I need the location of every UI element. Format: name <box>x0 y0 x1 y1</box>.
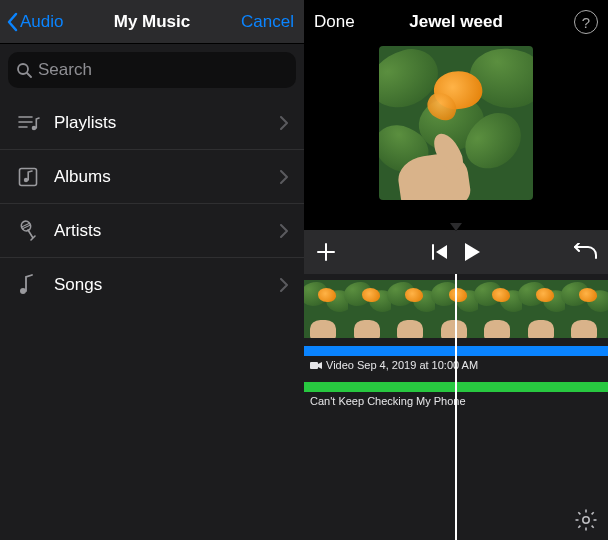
skip-back-icon <box>430 243 450 261</box>
list-item-playlists[interactable]: Playlists <box>0 96 304 150</box>
music-picker-header: Audio My Music Cancel <box>0 0 304 44</box>
add-media-button[interactable] <box>304 230 348 274</box>
svg-line-1 <box>27 73 31 77</box>
svg-line-22 <box>592 526 594 528</box>
list-item-artists[interactable]: Artists <box>0 204 304 258</box>
picker-title: My Music <box>114 12 191 32</box>
preview-frame <box>379 46 533 200</box>
svg-line-21 <box>578 512 580 514</box>
editor-header: Done Jewel weed ? <box>304 0 608 44</box>
list-item-albums[interactable]: Albums <box>0 150 304 204</box>
playlists-icon <box>18 114 44 132</box>
chevron-right-icon <box>280 170 288 184</box>
svg-line-24 <box>592 512 594 514</box>
search-bar[interactable] <box>8 52 296 88</box>
albums-icon <box>18 167 44 187</box>
svg-point-16 <box>583 517 589 523</box>
search-input[interactable] <box>38 60 288 80</box>
search-bar-container <box>0 44 304 96</box>
svg-line-23 <box>578 526 580 528</box>
video-editor-pane: Done Jewel weed ? <box>304 0 608 540</box>
editor-toolbar <box>304 230 608 274</box>
video-clip-icon <box>310 361 322 370</box>
list-item-songs[interactable]: Songs <box>0 258 304 312</box>
filmstrip-frame <box>391 280 435 338</box>
video-track-label: Video Sep 4, 2019 at 10:00 AM <box>310 359 478 371</box>
filmstrip-frame <box>348 280 392 338</box>
playhead[interactable] <box>455 274 457 540</box>
play-icon <box>462 241 482 263</box>
list-item-label: Artists <box>44 221 280 241</box>
list-item-label: Playlists <box>44 113 280 133</box>
plus-icon <box>315 241 337 263</box>
undo-button[interactable] <box>564 230 608 274</box>
songs-icon <box>18 274 44 296</box>
chevron-right-icon <box>280 116 288 130</box>
chevron-right-icon <box>280 224 288 238</box>
help-icon: ? <box>574 10 598 34</box>
list-item-label: Songs <box>44 275 280 295</box>
chevron-left-icon <box>6 12 18 32</box>
project-title: Jewel weed <box>409 12 503 32</box>
svg-point-8 <box>20 220 32 232</box>
svg-rect-15 <box>310 362 318 369</box>
play-button[interactable] <box>462 230 482 274</box>
gear-icon <box>574 508 598 532</box>
undo-icon <box>574 243 598 261</box>
music-picker-pane: Audio My Music Cancel Playlists <box>0 0 304 540</box>
audio-track-label: Can't Keep Checking My Phone <box>310 395 466 407</box>
filmstrip-frame <box>565 280 608 338</box>
cancel-button[interactable]: Cancel <box>241 0 294 44</box>
timeline[interactable]: Video Sep 4, 2019 at 10:00 AM Can't Keep… <box>304 274 608 540</box>
app-root: Audio My Music Cancel Playlists <box>0 0 608 540</box>
filmstrip-frame <box>304 280 348 338</box>
done-button[interactable]: Done <box>314 0 355 44</box>
back-button[interactable]: Audio <box>6 0 63 44</box>
filmstrip-frame <box>522 280 566 338</box>
filmstrip-frame <box>478 280 522 338</box>
list-item-label: Albums <box>44 167 280 187</box>
back-label: Audio <box>20 12 63 32</box>
artists-icon <box>18 220 44 242</box>
search-icon <box>16 62 32 78</box>
preview-viewport[interactable] <box>304 44 608 230</box>
settings-button[interactable] <box>574 508 598 532</box>
music-category-list: Playlists Albums Artists <box>0 96 304 540</box>
skip-back-button[interactable] <box>430 230 450 274</box>
help-button[interactable]: ? <box>574 0 598 44</box>
chevron-right-icon <box>280 278 288 292</box>
